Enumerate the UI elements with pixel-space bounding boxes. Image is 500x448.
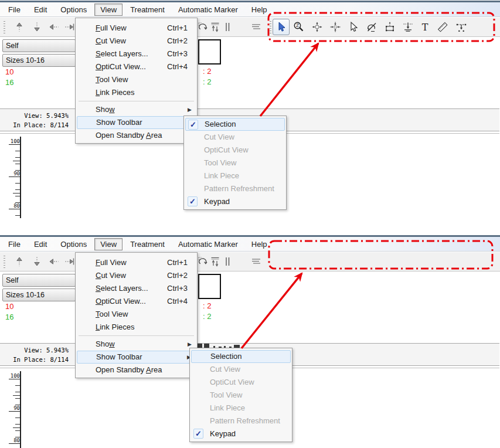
menu-item-full-view[interactable]: Full ViewCtrl+1: [77, 256, 196, 269]
menu-item-link-pieces[interactable]: Link Pieces: [77, 321, 196, 334]
ruler-label-80: 80: [9, 437, 20, 444]
fabric-combobox[interactable]: Self: [2, 39, 76, 52]
size-value-green: 16: [5, 313, 13, 321]
menu-treatment[interactable]: Treatment: [124, 4, 171, 16]
ruler-label-80: 80: [9, 203, 20, 209]
menu-item-tool-view[interactable]: Tool View: [77, 73, 196, 86]
menu-help[interactable]: Help: [246, 4, 273, 16]
zoom-tool-icon[interactable]: Z: [291, 19, 307, 35]
ruler-label-100: 100: [9, 138, 20, 145]
menu-item-open-standby-area[interactable]: Open Standby Area: [77, 129, 196, 142]
piece-count-green: : 2: [203, 77, 211, 86]
selection-toolbar-grip[interactable]: [270, 21, 271, 34]
menu-help[interactable]: Help: [246, 238, 273, 250]
menu-item-opticut-view[interactable]: OptiCut View...Ctrl+4: [77, 60, 196, 73]
menu-item-show[interactable]: Show▶: [77, 103, 196, 116]
menu-options[interactable]: Options: [55, 238, 93, 250]
menu-edit[interactable]: Edit: [28, 238, 53, 250]
drop-tool-icon[interactable]: [400, 19, 416, 35]
page: File Edit Options View Treatment Automat…: [0, 0, 500, 448]
submenu-item-link-piece[interactable]: Link Piece: [185, 169, 285, 182]
menu-item-show-toolbar[interactable]: Show Toolbar▶: [77, 351, 196, 364]
vertical-ruler: [20, 371, 21, 448]
menu-item-cut-view[interactable]: Cut ViewCtrl+2: [77, 35, 196, 47]
rotate-flip-tool-icon[interactable]: [364, 19, 379, 35]
toolbar-grip[interactable]: [4, 21, 5, 34]
menu-automatic-marker[interactable]: Automatic Marker: [172, 4, 244, 16]
ruler-tool-icon[interactable]: [435, 19, 450, 35]
menu-file[interactable]: File: [2, 238, 26, 250]
align-lines-icon[interactable]: [249, 253, 264, 270]
checkmark-icon: ✓: [188, 120, 198, 130]
flip-horizontal-icon[interactable]: [220, 19, 235, 35]
submenu-item-keypad[interactable]: ✓Keypad: [191, 427, 291, 440]
menu-item-opticut-view[interactable]: OptiCut View...Ctrl+4: [77, 295, 196, 308]
move-up-icon[interactable]: [12, 253, 27, 270]
fabric-combobox[interactable]: Self: [2, 274, 76, 287]
submenu-item-opticut-view[interactable]: OptiCut View: [185, 144, 285, 157]
marker-piece[interactable]: [198, 39, 221, 65]
measure-tool-icon[interactable]: [454, 19, 469, 35]
menu-item-full-view[interactable]: Full ViewCtrl+1: [77, 22, 196, 35]
submenu-item-opticut-view[interactable]: OptiCut View: [191, 376, 291, 389]
submenu-item-cut-view[interactable]: Cut View: [191, 363, 291, 376]
move-left-icon[interactable]: [46, 253, 62, 270]
submenu-item-cut-view[interactable]: Cut View: [185, 131, 285, 144]
submenu-item-keypad[interactable]: ✓Keypad: [185, 195, 285, 208]
menu-options[interactable]: Options: [55, 4, 93, 16]
menu-edit[interactable]: Edit: [28, 4, 53, 16]
submenu-item-tool-view[interactable]: Tool View: [185, 157, 285, 169]
expand-tool-icon[interactable]: [309, 19, 325, 35]
submenu-item-selection[interactable]: ✓Selection: [185, 118, 285, 131]
ruler-label-90: 90: [9, 171, 20, 177]
sizes-combobox[interactable]: Sizes 10-16: [2, 54, 76, 67]
piece-count-green: : 2: [203, 312, 211, 321]
checkmark-icon: ✓: [193, 429, 203, 439]
menu-item-show-toolbar[interactable]: Show Toolbar▶: [77, 116, 196, 129]
piece-count-red: : 2: [203, 67, 211, 76]
menu-item-tool-view[interactable]: Tool View: [77, 308, 196, 321]
status-box: View: 5.943% In Place: 8/114: [0, 111, 69, 130]
move-left-icon[interactable]: [46, 19, 62, 35]
menu-bar: File Edit Options View Treatment Automat…: [0, 2, 500, 17]
submenu-item-link-piece[interactable]: Link Piece: [191, 402, 291, 415]
submenu-item-selection[interactable]: Selection: [191, 350, 291, 363]
in-place-value: 8/114: [50, 121, 69, 128]
submenu-item-tool-view[interactable]: Tool View: [191, 389, 291, 402]
menu-item-open-standby-area[interactable]: Open Standby Area: [77, 364, 196, 376]
show-toolbar-submenu: Selection Cut View OptiCut View Tool Vie…: [189, 348, 292, 442]
pick-tool-icon[interactable]: [346, 19, 361, 35]
menu-view[interactable]: View: [94, 238, 123, 250]
align-lines-icon[interactable]: [249, 19, 264, 35]
menu-file[interactable]: File: [2, 4, 26, 16]
menu-treatment[interactable]: Treatment: [124, 238, 171, 250]
ruler-label-90: 90: [9, 405, 20, 412]
marker-piece[interactable]: [198, 274, 221, 299]
flip-horizontal-icon[interactable]: [220, 253, 235, 270]
toolbar-grip[interactable]: [4, 256, 5, 269]
screenshot-top: File Edit Options View Treatment Automat…: [0, 0, 500, 218]
shrink-tool-icon[interactable]: [328, 19, 343, 35]
status-box: View: 5.943% In Place: 8/114: [0, 345, 69, 364]
menu-view[interactable]: View: [94, 4, 123, 16]
menu-item-cut-view[interactable]: Cut ViewCtrl+2: [77, 269, 196, 282]
menu-automatic-marker[interactable]: Automatic Marker: [172, 238, 244, 250]
checkmark-icon: ✓: [188, 196, 198, 206]
sizes-combobox[interactable]: Sizes 10-16: [2, 289, 76, 301]
text-tool-icon[interactable]: T: [417, 19, 433, 35]
size-value-red: 10: [5, 67, 13, 76]
menu-item-link-pieces[interactable]: Link Pieces: [77, 86, 196, 99]
menu-item-show[interactable]: Show▶: [77, 338, 196, 351]
selection-tool-icon[interactable]: [273, 19, 290, 35]
frame-adjust-tool-icon[interactable]: [382, 19, 397, 35]
menu-item-select-layers[interactable]: Select Layers...Ctrl+3: [77, 282, 196, 295]
svg-text:Z: Z: [296, 23, 299, 28]
move-down-icon[interactable]: [29, 253, 45, 270]
submenu-item-pattern-refreshment[interactable]: Pattern Refreshment: [185, 182, 285, 195]
show-toolbar-submenu: ✓Selection Cut View OptiCut View Tool Vi…: [183, 116, 287, 210]
menu-item-select-layers[interactable]: Select Layers...Ctrl+3: [77, 47, 196, 60]
submenu-item-pattern-refreshment[interactable]: Pattern Refreshment: [191, 415, 291, 427]
move-down-icon[interactable]: [29, 19, 45, 35]
move-up-icon[interactable]: [12, 19, 27, 35]
size-value-red: 10: [5, 302, 13, 311]
